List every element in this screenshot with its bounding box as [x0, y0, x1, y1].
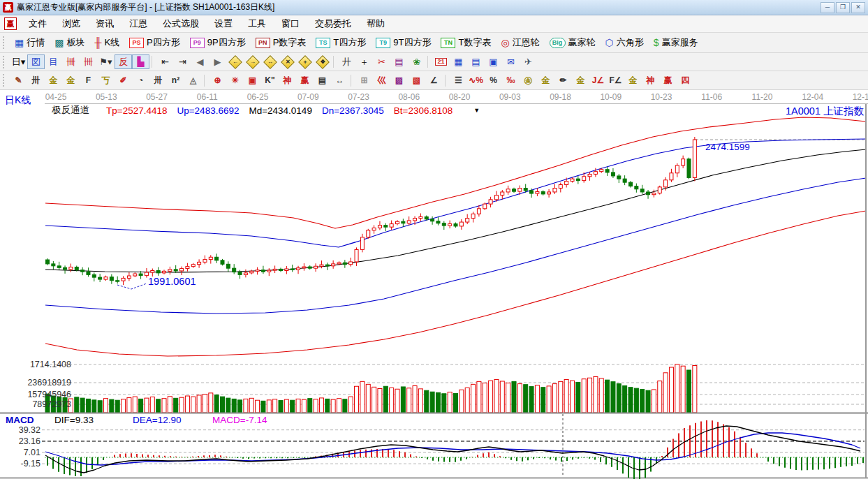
gann-grid-tool-button[interactable]: 卅 — [27, 73, 45, 88]
percent-tool-button[interactable]: % — [485, 73, 502, 88]
menu-item[interactable]: 资讯 — [88, 16, 122, 31]
red-grid-tool-button[interactable]: ▧ — [408, 73, 425, 88]
color-histogram-button[interactable]: ▙ — [132, 54, 149, 69]
p-square-button[interactable]: PS P四方形 — [124, 34, 185, 51]
flag-button[interactable]: ⚑▾ — [97, 54, 115, 69]
angle-tool-button[interactable]: ◬ — [184, 73, 202, 88]
ruler-tool-button[interactable]: ▤ — [314, 73, 331, 88]
nine-t-square-button[interactable]: T9 9T四方形 — [371, 34, 436, 51]
winner-service-button[interactable]: $ 赢家服务 — [649, 34, 703, 51]
f-line-tool-button[interactable]: F — [80, 73, 97, 88]
slope-tool-button[interactable]: ∠ — [425, 73, 443, 88]
n2-tool-button[interactable]: n² — [167, 73, 184, 88]
kline-button[interactable]: ╫ K线 — [89, 34, 124, 51]
gold-3-tool-button[interactable]: 金 — [537, 73, 554, 88]
send-button[interactable]: ✈ — [520, 54, 537, 69]
full-view-button[interactable]: ✥ — [314, 54, 331, 69]
delete-line-button[interactable]: ✂ — [373, 54, 390, 69]
gold-angle-tool-button[interactable]: 金 — [624, 73, 642, 88]
span-tool-button[interactable]: ↔ — [331, 73, 348, 88]
shen-tool-button[interactable]: 神 — [279, 73, 296, 88]
compass-tool-button[interactable]: ⊕ — [209, 73, 226, 88]
jifan-channel-button[interactable]: 反 — [115, 54, 132, 69]
permille-tool-button[interactable]: ‰ — [502, 73, 520, 88]
star-tool-button[interactable]: ✳ — [226, 73, 244, 88]
drawing-tool-button[interactable] — [204, 75, 207, 87]
pattern-9-button[interactable]: 卌 — [80, 54, 97, 69]
expand-x-button[interactable]: ↔ — [261, 54, 279, 69]
gann-wheel-button[interactable]: ◎ 江恩轮 — [496, 34, 544, 51]
mind-button[interactable]: ❀ — [408, 54, 425, 69]
toolbar-button[interactable] — [152, 56, 154, 68]
notepad-button[interactable]: ▤ — [467, 54, 485, 69]
grid-2-tool-button[interactable]: 卅 — [149, 73, 167, 88]
menu-item[interactable]: 工具 — [240, 16, 274, 31]
ying-angle-tool-button[interactable]: 赢 — [659, 73, 677, 88]
pen-tool-button[interactable]: ✎ — [10, 73, 27, 88]
fan-lines-tool-button[interactable]: 巛 — [373, 73, 390, 88]
shift-left-button[interactable]: ← — [226, 54, 244, 69]
menu-item[interactable]: 文件 — [21, 16, 54, 31]
purple-grid-tool-button[interactable]: ▨ — [390, 73, 408, 88]
pattern-3-button[interactable]: 卌 — [62, 54, 80, 69]
spiral-tool-button[interactable]: 丂 — [97, 73, 115, 88]
percent-wave-tool-button[interactable]: ∿% — [467, 73, 485, 88]
shift-right-button[interactable]: → — [244, 54, 261, 69]
gold-line-2-tool-button[interactable]: 金 — [62, 73, 80, 88]
gold-wave-tool-button[interactable]: 金 — [572, 73, 589, 88]
menu-item[interactable]: 公式选股 — [155, 16, 207, 31]
menu-item[interactable]: 浏览 — [54, 16, 88, 31]
maximize-button[interactable]: ❐ — [836, 2, 850, 13]
gold-circle-tool-button[interactable]: ㊎ — [520, 73, 537, 88]
hexagon-button[interactable]: ⬡ 六角形 — [601, 34, 649, 51]
drag-hand-button[interactable]: 廾 — [338, 54, 355, 69]
drawing-tool-button[interactable] — [445, 75, 448, 87]
winner-wheel-button[interactable]: Big 赢家轮 — [545, 34, 601, 51]
levels-tool-button[interactable]: ☰ — [450, 73, 467, 88]
menu-item[interactable]: 帮助 — [359, 16, 392, 31]
t-number-table-button[interactable]: TN T数字表 — [436, 34, 496, 51]
menu-item[interactable]: 江恩 — [122, 16, 155, 31]
save-button[interactable]: ▣ — [485, 54, 502, 69]
t-square-button[interactable]: TS T四方形 — [311, 34, 371, 51]
close-button[interactable]: ✕ — [851, 2, 865, 13]
menu-item[interactable]: 交易委托 — [307, 16, 359, 31]
first-page-button[interactable]: ⇤ — [156, 54, 174, 69]
shen-angle-tool-button[interactable]: 神 — [642, 73, 659, 88]
time-cycle-tool-button[interactable]: ◔ — [132, 73, 149, 88]
minimize-button[interactable]: ─ — [821, 2, 834, 13]
p-number-table-button[interactable]: PN P数字表 — [251, 34, 311, 51]
calculator-button[interactable]: ▦ — [450, 54, 467, 69]
nine-p-square-button[interactable]: P9 9P四方形 — [185, 34, 251, 51]
toolbar-button[interactable] — [333, 56, 336, 68]
next-button[interactable]: ▶ — [209, 54, 226, 69]
calendar-21-button[interactable]: 21 — [432, 54, 450, 69]
ying-tool-button[interactable]: 赢 — [296, 73, 314, 88]
zoom-in-button[interactable]: ＋ — [296, 54, 314, 69]
prev-button[interactable]: ◀ — [191, 54, 209, 69]
f-angle-tool-button[interactable]: F∠ — [607, 73, 624, 88]
menu-item[interactable]: 设置 — [207, 16, 240, 31]
drawing-tool-button[interactable] — [351, 75, 353, 87]
compress-x-button[interactable]: ✕ — [279, 54, 296, 69]
draw-style-button[interactable]: ▤ — [390, 54, 408, 69]
box-grid-tool-button[interactable]: ▣ — [244, 73, 261, 88]
last-page-button[interactable]: ⇥ — [174, 54, 191, 69]
menu-item[interactable]: 窗口 — [274, 16, 307, 31]
indicator-dropdown-arrow-icon[interactable]: ▼ — [473, 107, 480, 114]
toolbar-button[interactable] — [427, 56, 430, 68]
k-quote-tool-button[interactable]: K" — [261, 73, 279, 88]
sectors-button[interactable]: ▩ 板块 — [50, 34, 89, 51]
crosshair-button[interactable]: ＋ — [355, 54, 373, 69]
period-day-button[interactable]: 日▾ — [10, 54, 27, 69]
brush-tool-button[interactable]: ✐ — [115, 73, 132, 88]
j-angle-tool-button[interactable]: J∠ — [589, 73, 607, 88]
gold-line-1-tool-button[interactable]: 金 — [45, 73, 62, 88]
four-angle-tool-button[interactable]: 四 — [677, 73, 694, 88]
pencil-tool-button[interactable]: ✏ — [554, 73, 572, 88]
quotes-button[interactable]: ▦ 行情 — [10, 34, 50, 51]
gann-box-button[interactable]: 図 — [27, 54, 45, 69]
window-tool-button[interactable]: ⊞ — [355, 73, 373, 88]
list-button[interactable]: 目 — [45, 54, 62, 69]
export-button[interactable]: ✉ — [502, 54, 520, 69]
